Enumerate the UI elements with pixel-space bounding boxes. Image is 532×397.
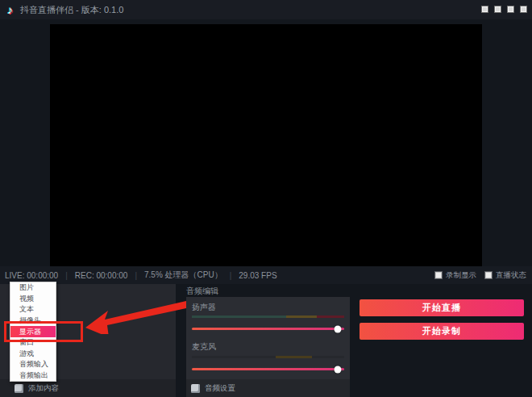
window-title: 抖音直播伴侣 - 版本: 0.1.0 — [20, 4, 123, 16]
menu-item-image[interactable]: 图片 — [10, 282, 56, 294]
rec-timer: REC: 00:00:00 — [75, 271, 128, 280]
separator: | — [230, 271, 232, 280]
menu-item-window[interactable]: 窗口 — [10, 337, 56, 349]
window-button-1-icon[interactable] — [481, 6, 488, 13]
preview-canvas[interactable] — [50, 24, 482, 266]
live-timer: LIVE: 00:00:00 — [5, 271, 58, 280]
menu-item-audio-output[interactable]: 音频输出 — [10, 370, 56, 382]
toggle-record-display[interactable]: 录制显示 — [434, 270, 476, 281]
window-button-3-icon[interactable] — [507, 6, 514, 13]
status-bar: LIVE: 00:00:00 | REC: 00:00:00 | 7.5% 处理… — [0, 266, 532, 284]
checkbox-icon[interactable] — [484, 271, 493, 279]
menu-item-camera[interactable]: 摄像头 — [10, 316, 56, 327]
audio-panel-header: 音频编辑 — [186, 286, 218, 297]
add-content-bar[interactable]: 添加内容 — [0, 379, 176, 397]
menu-item-game[interactable]: 游戏 — [10, 348, 56, 359]
status-toggles: 录制显示 直播状态 — [434, 270, 526, 281]
speaker-level-meter — [192, 316, 344, 318]
menu-item-display[interactable]: 显示器 — [10, 326, 56, 337]
audio-settings-bar[interactable]: 音频设置 — [186, 379, 350, 397]
menu-item-audio-input[interactable]: 音频输入 — [10, 359, 56, 370]
separator: | — [135, 271, 137, 280]
tiktok-logo-icon: ♪ — [7, 4, 13, 15]
checkbox-icon[interactable] — [434, 271, 443, 279]
add-content-icon — [15, 384, 23, 393]
separator: | — [65, 271, 68, 280]
menu-item-text[interactable]: 文本 — [10, 304, 56, 316]
speaker-volume-slider[interactable] — [192, 328, 344, 330]
audio-panel: 扬声器 麦克风 — [186, 297, 350, 379]
toggle-label: 直播状态 — [496, 270, 526, 281]
toggle-live-status[interactable]: 直播状态 — [484, 270, 526, 281]
status-metrics: LIVE: 00:00:00 | REC: 00:00:00 | 7.5% 处理… — [5, 270, 277, 281]
window-button-2-icon[interactable] — [494, 6, 501, 13]
microphone-level-meter — [192, 356, 344, 358]
window-controls — [481, 6, 527, 13]
audio-settings-icon — [191, 384, 200, 393]
title-bar: ♪ 抖音直播伴侣 - 版本: 0.1.0 — [0, 0, 532, 19]
speaker-slider-handle[interactable] — [335, 325, 342, 332]
audio-settings-label: 音频设置 — [205, 383, 235, 394]
app-window: ♪ 抖音直播伴侣 - 版本: 0.1.0 LIVE: 00:00:00 | RE… — [0, 0, 532, 397]
start-live-button[interactable]: 开始直播 — [360, 299, 524, 316]
add-source-menu: 图片 视频 文本 摄像头 显示器 窗口 游戏 音频输入 音频输出 — [10, 282, 56, 382]
fps-value: 29.03 FPS — [239, 271, 276, 280]
microphone-slider-handle[interactable] — [335, 366, 342, 373]
cpu-usage: 7.5% 处理器（CPU） — [144, 270, 222, 281]
add-content-label: 添加内容 — [28, 383, 59, 394]
toggle-label: 录制显示 — [446, 270, 476, 281]
microphone-volume-slider[interactable] — [192, 368, 344, 370]
microphone-label: 麦克风 — [192, 341, 216, 353]
speaker-label: 扬声器 — [192, 302, 216, 313]
window-button-4-icon[interactable] — [520, 6, 527, 13]
menu-item-video[interactable]: 视频 — [10, 294, 56, 305]
start-record-button[interactable]: 开始录制 — [360, 323, 524, 340]
